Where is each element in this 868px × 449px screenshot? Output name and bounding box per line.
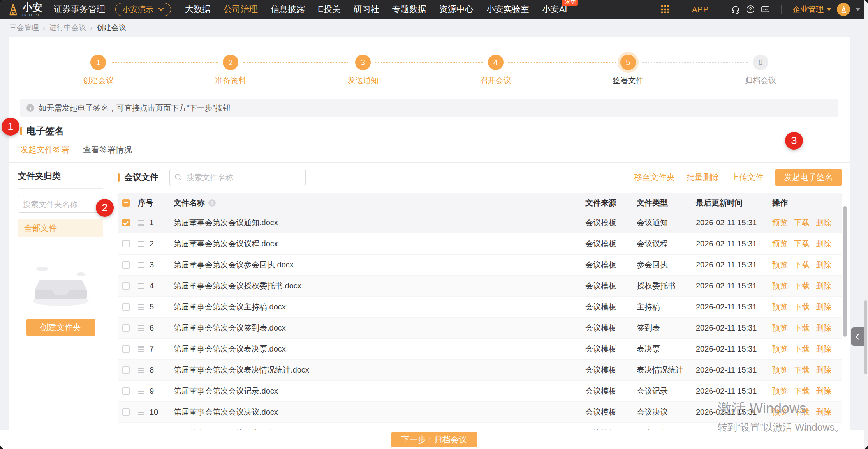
- help-icon[interactable]: ?: [746, 5, 755, 14]
- page-scrollbar[interactable]: [864, 0, 868, 449]
- nav-item-4[interactable]: E投关: [318, 4, 341, 15]
- delete-link[interactable]: 删除: [816, 302, 831, 312]
- file-updated-time: 2026-02-11 15:31: [696, 345, 772, 354]
- row-checkbox[interactable]: [122, 408, 130, 416]
- headset-icon[interactable]: [731, 5, 740, 14]
- download-link[interactable]: 下载: [794, 281, 810, 291]
- table-scrollbar[interactable]: [843, 206, 847, 337]
- next-step-button[interactable]: 下一步：归档会议: [391, 432, 477, 447]
- folder-search-input[interactable]: [18, 196, 103, 213]
- preview-link[interactable]: 预览: [772, 365, 788, 375]
- nav-item-7[interactable]: 资源中心: [439, 4, 474, 15]
- tenant-selector[interactable]: 小安演示: [115, 3, 171, 16]
- apps-grid-icon[interactable]: [660, 5, 670, 14]
- breadcrumb-item[interactable]: 进行中会议: [49, 23, 86, 33]
- message-icon[interactable]: [761, 5, 770, 14]
- nav-item-1[interactable]: 大数据: [185, 4, 211, 15]
- nav-item-5[interactable]: 研习社: [354, 4, 379, 15]
- create-folder-button[interactable]: 创建文件夹: [26, 319, 95, 336]
- row-checkbox[interactable]: [122, 387, 130, 395]
- file-type: 会议记录: [637, 386, 696, 396]
- nav-item-9[interactable]: 小安AI限免: [542, 4, 567, 15]
- nav-item-8[interactable]: 小安实验室: [486, 4, 529, 15]
- row-checkbox[interactable]: [122, 240, 130, 247]
- delete-link[interactable]: 删除: [816, 365, 831, 375]
- start-esign-button[interactable]: 发起电子签名: [775, 169, 842, 186]
- drag-handle-icon[interactable]: [138, 325, 144, 331]
- drag-handle-icon[interactable]: [138, 220, 144, 226]
- download-link[interactable]: 下载: [794, 386, 810, 396]
- main-card: 1创建会议2准备资料3发送通知4召开会议5签署文件6归档会议 i 如无需发起电子…: [9, 37, 850, 430]
- file-search-input[interactable]: [186, 173, 301, 182]
- search-icon: [174, 173, 182, 181]
- delete-link[interactable]: 删除: [816, 386, 831, 396]
- nav-item-2[interactable]: 公司治理: [224, 4, 258, 15]
- nav-item-6[interactable]: 专题数据: [392, 4, 426, 15]
- preview-link[interactable]: 预览: [772, 281, 788, 291]
- divider: [76, 146, 76, 154]
- download-link[interactable]: 下载: [794, 239, 810, 249]
- download-link[interactable]: 下载: [794, 365, 810, 375]
- drag-handle-icon[interactable]: [138, 241, 144, 247]
- preview-link[interactable]: 预览: [772, 217, 788, 228]
- notice-bar: i 如无需发起电子签名，可直接点击页面下方“下一步”按钮: [20, 99, 838, 117]
- delete-link[interactable]: 删除: [816, 281, 831, 291]
- batch-delete-link[interactable]: 批量删除: [687, 172, 719, 183]
- drag-handle-icon[interactable]: [138, 262, 144, 268]
- delete-link[interactable]: 删除: [816, 323, 831, 333]
- row-checkbox[interactable]: [122, 261, 130, 269]
- row-checkbox[interactable]: [122, 282, 130, 290]
- all-files-item[interactable]: 全部文件: [18, 219, 103, 237]
- row-checkbox[interactable]: [122, 303, 130, 311]
- preview-link[interactable]: 预览: [772, 323, 788, 333]
- user-avatar[interactable]: [837, 3, 850, 16]
- breadcrumb-item[interactable]: 三会管理: [9, 23, 39, 33]
- delete-link[interactable]: 删除: [816, 344, 831, 354]
- preview-link[interactable]: 预览: [772, 407, 788, 417]
- drag-handle-icon[interactable]: [138, 368, 144, 373]
- download-link[interactable]: 下载: [794, 407, 810, 417]
- esign-tab-1[interactable]: 发起文件签署: [20, 144, 69, 155]
- download-link[interactable]: 下载: [794, 344, 810, 354]
- preview-link[interactable]: 预览: [772, 260, 788, 270]
- delete-link[interactable]: 删除: [816, 260, 831, 270]
- drag-handle-icon[interactable]: [138, 283, 144, 289]
- delete-link[interactable]: 删除: [816, 407, 831, 417]
- download-link[interactable]: 下载: [794, 302, 810, 312]
- table-row-11: 11第届董事会第次会议决议公告.docx会议模板决议公告2026-02-11 1…: [118, 423, 842, 430]
- collapse-panel-tab[interactable]: [851, 327, 864, 346]
- preview-link[interactable]: 预览: [772, 386, 788, 396]
- chevron-left-icon: [854, 333, 861, 341]
- esign-tab-2[interactable]: 查看签署情况: [83, 144, 132, 155]
- delete-link[interactable]: 删除: [816, 217, 831, 228]
- table-row-8: 8第届董事会第次会议表决情况统计.docx会议模板表决情况统计2026-02-1…: [118, 360, 842, 381]
- drag-handle-icon[interactable]: [138, 304, 144, 310]
- row-checkbox[interactable]: [122, 324, 130, 332]
- download-link[interactable]: 下载: [794, 260, 810, 270]
- download-link[interactable]: 下载: [794, 217, 810, 228]
- row-checkbox[interactable]: [122, 219, 130, 226]
- download-link[interactable]: 下载: [794, 323, 810, 333]
- drag-handle-icon[interactable]: [138, 410, 144, 415]
- breadcrumb: 三会管理›进行中会议›创建会议: [0, 19, 868, 37]
- nav-item-label: E投关: [318, 4, 341, 14]
- brand[interactable]: 小安 INHOPE: [8, 2, 42, 17]
- preview-link[interactable]: 预览: [772, 239, 788, 249]
- move-to-folder-link[interactable]: 移至文件夹: [634, 172, 675, 183]
- select-all-checkbox[interactable]: [122, 199, 130, 207]
- drag-handle-icon[interactable]: [138, 389, 144, 394]
- info-icon[interactable]: i: [208, 199, 216, 207]
- page-scrollbar-thumb[interactable]: [864, 300, 867, 374]
- main-nav: 大数据公司治理信息披露E投关研习社专题数据资源中心小安实验室小安AI限免: [185, 4, 567, 15]
- caret-down-icon[interactable]: [856, 8, 860, 11]
- drag-handle-icon[interactable]: [138, 346, 144, 352]
- row-checkbox[interactable]: [122, 366, 130, 374]
- row-checkbox[interactable]: [122, 345, 130, 353]
- delete-link[interactable]: 删除: [816, 239, 831, 249]
- org-menu[interactable]: 企业管理: [792, 4, 831, 15]
- nav-item-3[interactable]: 信息披露: [271, 4, 305, 15]
- preview-link[interactable]: 预览: [772, 344, 788, 354]
- app-link[interactable]: APP: [692, 5, 709, 14]
- preview-link[interactable]: 预览: [772, 302, 788, 312]
- upload-file-link[interactable]: 上传文件: [731, 172, 764, 183]
